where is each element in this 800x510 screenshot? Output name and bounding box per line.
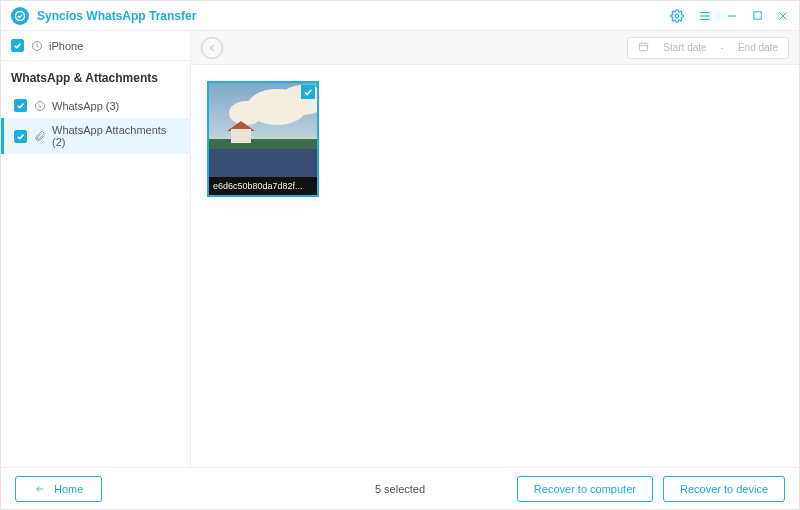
svg-point-10 — [35, 101, 44, 110]
thumbnail-filename: e6d6c50b80da7d82f... — [209, 177, 317, 195]
selection-status: 5 selected — [375, 483, 425, 495]
back-button[interactable] — [201, 37, 223, 59]
svg-rect-11 — [640, 43, 648, 50]
phone-icon — [30, 39, 43, 52]
attachment-icon — [33, 130, 46, 143]
menu-icon[interactable] — [698, 9, 712, 23]
sidebar-item-attachments[interactable]: WhatsApp Attachments (2) — [1, 118, 190, 154]
home-button-label: Home — [54, 483, 83, 495]
section-title: WhatsApp & Attachments — [1, 61, 190, 93]
device-checkbox[interactable] — [11, 39, 24, 52]
home-button[interactable]: Home — [15, 476, 102, 502]
date-range-picker[interactable]: Start date - End date — [627, 37, 789, 59]
main-area: iPhone WhatsApp & Attachments WhatsApp (… — [1, 31, 799, 467]
whatsapp-icon — [33, 99, 46, 112]
sidebar: iPhone WhatsApp & Attachments WhatsApp (… — [1, 31, 191, 467]
close-icon[interactable] — [777, 10, 789, 22]
start-date-placeholder: Start date — [663, 42, 706, 53]
attachments-checkbox[interactable] — [14, 130, 27, 143]
footer: Home 5 selected Recover to computer Reco… — [1, 467, 799, 509]
gear-icon[interactable] — [670, 9, 684, 23]
content-area: Start date - End date e6d6c50b80da7d82f.… — [191, 31, 799, 467]
sidebar-item-whatsapp[interactable]: WhatsApp (3) — [1, 93, 190, 118]
end-date-placeholder: End date — [738, 42, 778, 53]
calendar-icon — [638, 41, 649, 54]
attachment-thumbnail[interactable]: e6d6c50b80da7d82f... — [207, 81, 319, 197]
content-toolbar: Start date - End date — [191, 31, 799, 65]
sidebar-item-label: WhatsApp (3) — [52, 100, 119, 112]
thumbnail-check-icon[interactable] — [301, 85, 315, 99]
device-name: iPhone — [49, 40, 83, 52]
app-logo-icon — [11, 7, 29, 25]
title-bar: Syncios WhatsApp Transfer — [1, 1, 799, 31]
recover-to-device-button[interactable]: Recover to device — [663, 476, 785, 502]
sidebar-item-label: WhatsApp Attachments (2) — [52, 124, 180, 148]
recover-to-computer-button[interactable]: Recover to computer — [517, 476, 653, 502]
minimize-icon[interactable] — [726, 10, 738, 22]
date-separator: - — [721, 42, 724, 53]
svg-point-1 — [675, 14, 679, 18]
svg-rect-6 — [754, 12, 761, 19]
whatsapp-checkbox[interactable] — [14, 99, 27, 112]
thumbnail-grid: e6d6c50b80da7d82f... — [191, 65, 799, 467]
app-title: Syncios WhatsApp Transfer — [37, 9, 196, 23]
maximize-icon[interactable] — [752, 10, 763, 21]
device-row[interactable]: iPhone — [1, 31, 190, 61]
